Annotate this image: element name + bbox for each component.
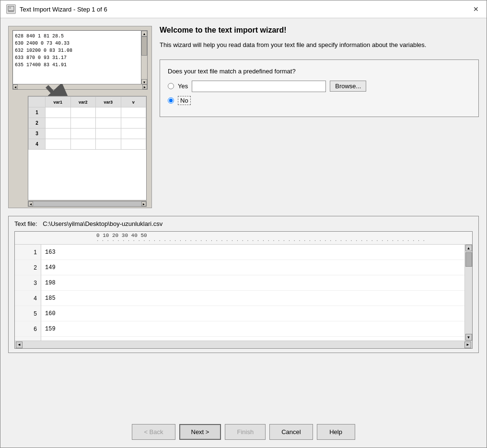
button-bar: < Back Next > Finish Cancel Help <box>0 416 487 448</box>
grid-header-var1: var1 <box>46 97 71 107</box>
grid-cell <box>46 129 71 139</box>
grid-cell <box>96 139 121 150</box>
file-path: C:\Users\yilma\Desktop\boy-uzunluklari.c… <box>43 220 162 227</box>
grid-cell <box>70 129 96 139</box>
svg-rect-2 <box>8 11 14 12</box>
grid-rownum-4: 4 <box>29 139 46 150</box>
grid-cell <box>96 107 121 118</box>
finish-button[interactable]: Finish <box>225 424 266 440</box>
line-numbers: 1 2 3 4 5 6 <box>15 245 41 341</box>
line-num-6: 6 <box>15 321 41 337</box>
grid-cell <box>46 118 71 129</box>
data-content: 163 149 198 185 160 159 <box>41 245 464 341</box>
grid-header-varx: v <box>121 97 146 107</box>
yes-label: Yes <box>178 83 188 90</box>
vertical-scrollbar[interactable]: ▲ ▼ <box>464 245 472 341</box>
preview-illustration: 628 840 1 81 28.5 630 2400 0 73 40.33 63… <box>8 26 152 208</box>
data-line-1: 163 <box>41 245 464 260</box>
main-window: Text Import Wizard - Step 1 of 6 ✕ 628 8… <box>0 0 487 448</box>
welcome-text: Welcome to the text import wizard! This … <box>160 26 479 50</box>
window-icon <box>6 4 16 14</box>
main-content: 628 840 1 81 28.5 630 2400 0 73 40.33 63… <box>0 18 487 416</box>
grid-cell <box>121 139 146 150</box>
back-button[interactable]: < Back <box>132 424 175 440</box>
preview-text-lines: 628 840 1 81 28.5 630 2400 0 73 40.33 63… <box>15 33 145 69</box>
line-num-3: 3 <box>15 275 41 291</box>
scroll-thumb[interactable] <box>465 252 472 267</box>
scroll-left-arrow[interactable]: ◄ <box>16 342 23 348</box>
title-bar: Text Import Wizard - Step 1 of 6 ✕ <box>0 0 487 18</box>
grid-cell <box>96 118 121 129</box>
yes-radio[interactable] <box>168 83 174 89</box>
grid-hscrollbar: ◄ ► <box>28 201 147 207</box>
line-num-5: 5 <box>15 306 41 321</box>
file-path-label: Text file: C:\Users\yilma\Desktop\boy-uz… <box>14 220 473 227</box>
yes-radio-row: Yes Browse... <box>168 81 471 92</box>
no-radio[interactable] <box>168 97 174 104</box>
next-button[interactable]: Next > <box>179 424 221 440</box>
grid-cell <box>70 118 96 129</box>
grid-row-1: 1 <box>29 107 146 118</box>
window-title: Text Import Wizard - Step 1 of 6 <box>20 6 107 13</box>
data-line-2: 149 <box>41 260 464 275</box>
grid-header-empty <box>29 97 46 107</box>
grid-rownum-2: 2 <box>29 118 46 129</box>
welcome-section: Welcome to the text import wizard! This … <box>160 26 479 117</box>
file-preview-area: 0 10 20 30 40 50 · · · · · · · · · · · ·… <box>14 231 473 349</box>
help-button[interactable]: Help <box>317 424 355 440</box>
data-line-4: 185 <box>41 291 464 306</box>
scroll-h-track <box>23 342 464 347</box>
data-line-6: 159 <box>41 321 464 337</box>
format-section: Does your text file match a predefined f… <box>160 59 479 117</box>
grid-row-2: 2 <box>29 118 146 129</box>
ruler: 0 10 20 30 40 50 · · · · · · · · · · · ·… <box>15 232 472 245</box>
line-num-4: 4 <box>15 291 41 306</box>
welcome-heading: Welcome to the text import wizard! <box>160 26 479 35</box>
line-num-2: 2 <box>15 260 41 275</box>
grid-table: var1 var2 var3 v 1 <box>28 96 146 150</box>
scroll-right-arrow[interactable]: ► <box>464 342 471 348</box>
grid-cell <box>96 129 121 139</box>
grid-cell <box>70 107 96 118</box>
grid-header-var2: var2 <box>70 97 96 107</box>
grid-row-4: 4 <box>29 139 146 150</box>
preview-grid: var1 var2 var3 v 1 <box>28 96 147 200</box>
grid-cell <box>46 107 71 118</box>
title-bar-left: Text Import Wizard - Step 1 of 6 <box>6 4 107 14</box>
cancel-button[interactable]: Cancel <box>269 424 313 440</box>
grid-rownum-1: 1 <box>29 107 46 118</box>
preview-text-box: 628 840 1 81 28.5 630 2400 0 73 40.33 63… <box>12 30 148 85</box>
browse-button[interactable]: Browse... <box>330 81 366 92</box>
scroll-down-arrow[interactable]: ▼ <box>465 334 472 341</box>
grid-row-3: 3 <box>29 129 146 139</box>
grid-cell <box>121 107 146 118</box>
data-line-3: 198 <box>41 275 464 291</box>
format-question: Does your text file match a predefined f… <box>168 68 471 75</box>
format-file-input[interactable] <box>192 81 326 92</box>
no-label: No <box>178 96 191 105</box>
grid-header-var3: var3 <box>96 97 121 107</box>
data-area: 1 2 3 4 5 6 163 149 198 185 160 15 <box>15 245 472 341</box>
horizontal-scrollbar[interactable]: ◄ ► <box>15 341 472 348</box>
close-button[interactable]: ✕ <box>471 4 481 14</box>
welcome-body: This wizard will help you read data from… <box>160 40 479 50</box>
grid-cell <box>70 139 96 150</box>
file-section: Text file: C:\Users\yilma\Desktop\boy-uz… <box>8 216 479 353</box>
data-line-5: 160 <box>41 306 464 321</box>
line-num-1: 1 <box>15 245 41 260</box>
grid-cell <box>121 129 146 139</box>
no-radio-row: No <box>168 96 471 105</box>
grid-cell <box>121 118 146 129</box>
preview-text-scrollbar: ▲ ▼ <box>141 30 148 85</box>
scroll-up-arrow[interactable]: ▲ <box>465 245 472 251</box>
grid-cell <box>46 139 71 150</box>
svg-rect-1 <box>9 7 11 9</box>
grid-rownum-3: 3 <box>29 129 46 139</box>
top-section: 628 840 1 81 28.5 630 2400 0 73 40.33 63… <box>8 26 479 208</box>
ruler-text: 0 10 20 30 40 50 <box>96 233 147 238</box>
